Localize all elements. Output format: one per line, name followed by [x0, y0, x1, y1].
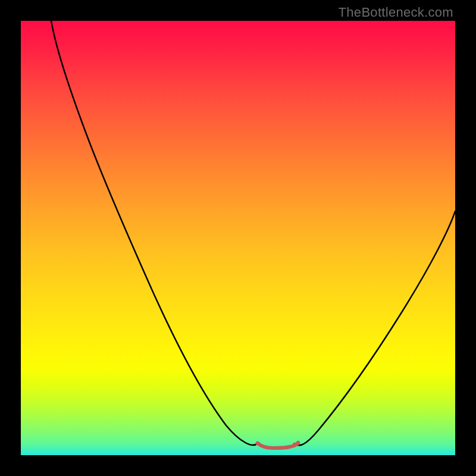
svg-point-3	[273, 446, 275, 449]
watermark-text: TheBottleneck.com	[339, 5, 453, 20]
svg-point-0	[256, 441, 259, 445]
svg-point-7	[296, 441, 300, 444]
curve-layer	[21, 21, 455, 455]
valley-marker	[256, 441, 300, 450]
bottleneck-curve	[51, 21, 455, 445]
svg-point-1	[259, 444, 263, 447]
plot-area	[21, 21, 455, 455]
svg-point-2	[265, 446, 268, 449]
svg-point-4	[280, 446, 283, 449]
chart-frame: TheBottleneck.com	[0, 0, 476, 476]
svg-point-5	[287, 445, 290, 449]
svg-point-6	[293, 443, 296, 446]
